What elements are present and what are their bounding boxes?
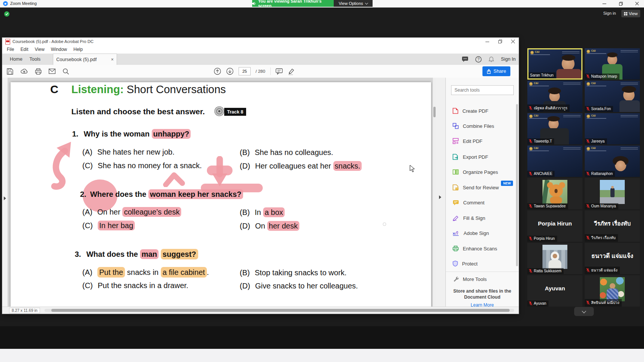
view-options-button[interactable]: View Options	[334, 0, 373, 7]
collapse-tools-panel-icon[interactable]	[439, 195, 441, 199]
send-for-review-icon	[453, 184, 459, 190]
participant-tile[interactable]: C&I Nattapon Imarp	[585, 48, 640, 80]
document-area[interactable]: C Listening: Short Conversations Listen …	[8, 78, 433, 307]
participant-tile[interactable]: สิทธินนท์ มณีปวง	[585, 275, 640, 307]
menu-help[interactable]: Help	[74, 47, 83, 52]
acrobat-menubar: File Edit View Window Help	[2, 45, 519, 54]
ci-crest-icon	[529, 115, 533, 118]
acrobat-restore-icon[interactable]	[498, 40, 502, 43]
participant-name: Ayuvan	[534, 301, 546, 305]
tool-protect[interactable]: Protect	[446, 258, 515, 269]
participant-name: Jareeya	[591, 139, 605, 143]
mic-muted-icon	[586, 204, 590, 208]
participant-name: Rattanaphon	[591, 172, 613, 176]
participant-tile[interactable]: Tawan Supawadee	[527, 178, 582, 209]
minimize-button[interactable]	[600, 0, 609, 7]
page-number-input[interactable]: 25	[239, 67, 251, 75]
participant-tile[interactable]: C&I ANChAIEE	[527, 146, 582, 177]
participant-tile[interactable]: Oum Mananya	[585, 178, 640, 209]
next-page-icon[interactable]	[226, 67, 234, 75]
tools-panel-scrollbar[interactable]	[516, 104, 518, 266]
save-icon[interactable]	[7, 68, 13, 75]
mic-muted-icon	[586, 107, 590, 111]
meeting-info-shield-icon[interactable]	[4, 11, 9, 17]
q2-option-d: (D)On her desk	[240, 222, 299, 230]
tool-edit-pdf[interactable]: Edit PDF	[446, 136, 515, 146]
export-pdf-icon	[453, 154, 459, 160]
share-icon	[487, 69, 491, 74]
enhance-scans-icon	[453, 245, 459, 252]
gallery-view-icon	[624, 12, 627, 15]
maximize-button[interactable]	[617, 0, 625, 7]
tool-more-tools[interactable]: More Tools	[446, 274, 515, 284]
search-tools-input[interactable]	[451, 85, 514, 95]
tool-create-pdf[interactable]: Create PDF	[446, 106, 515, 116]
acrobat-statusbar: 8.27 x 11.69 in	[2, 307, 519, 314]
mouse-cursor	[410, 165, 415, 173]
participant-tile[interactable]: C&I Sorada.Fon	[585, 81, 640, 112]
tool-combine-files[interactable]: Combine Files	[446, 121, 515, 131]
feedback-icon[interactable]	[462, 56, 468, 62]
menu-edit[interactable]: Edit	[20, 47, 28, 52]
tool-fill-sign[interactable]: Fill & Sign	[446, 213, 515, 223]
horizontal-scrollbar[interactable]	[45, 309, 514, 312]
avatar	[542, 180, 567, 204]
menu-file[interactable]: File	[7, 47, 14, 52]
participant-tile[interactable]: Porpia Hirun Porpia Hirun	[527, 210, 582, 242]
participant-tile[interactable]: ธนาวดี แจ่มแจ้ง ธนาวดี แจ่มแจ้ง	[585, 243, 640, 274]
previous-page-icon[interactable]	[214, 67, 221, 75]
acrobat-sign-in[interactable]: Sign In	[501, 57, 516, 62]
create-pdf-icon	[453, 108, 458, 114]
cloud-upload-icon[interactable]	[20, 68, 28, 74]
pdf-file-icon	[5, 39, 10, 44]
acrobat-window-title: Coursebook (5).pdf - Adobe Acrobat Pro D…	[12, 39, 94, 44]
email-icon[interactable]	[49, 69, 55, 74]
participant-tile[interactable]: วีรภัทร เรื่องทับ วีรภัทร เรื่องทับ	[585, 210, 640, 242]
print-icon[interactable]	[35, 68, 42, 75]
participant-tile[interactable]: Ratta Sukkasem	[527, 243, 582, 274]
tab-close-icon[interactable]: ×	[111, 54, 114, 65]
menu-view[interactable]: View	[35, 47, 45, 52]
q3-option-c: (C)Put the snacks in a drawer.	[82, 281, 188, 290]
expand-pane-icon[interactable]	[4, 196, 6, 200]
search-icon[interactable]	[63, 68, 69, 75]
tool-adobe-sign[interactable]: Adobe Sign	[446, 228, 515, 238]
participant-tile[interactable]: C&I ณัฐพล ต้นติสังวรากูร	[527, 81, 582, 112]
share-button[interactable]: Share	[482, 66, 510, 76]
zoom-view-button[interactable]: View	[621, 10, 640, 17]
highlighter-icon[interactable]	[288, 68, 295, 75]
tool-enhance-scans[interactable]: Enhance Scans	[446, 243, 515, 254]
hscrollbar-thumb[interactable]	[51, 309, 510, 312]
tool-comment[interactable]: Comment	[446, 197, 515, 208]
participant-display-name: Ayuvan	[527, 275, 582, 301]
tab-document[interactable]: Coursebook (5).pdf ×	[53, 54, 117, 65]
help-icon[interactable]: ?	[475, 56, 482, 63]
participant-tile[interactable]: C&I Jareeya	[585, 113, 640, 144]
thumbnails-pane-collapsed[interactable]	[2, 78, 8, 307]
tab-tools[interactable]: Tools	[26, 54, 44, 65]
close-button[interactable]	[633, 0, 641, 7]
zoom-sign-in-link[interactable]: Sign in	[603, 11, 616, 15]
acrobat-close-icon[interactable]	[511, 40, 515, 43]
q2-option-b: (B)In a box	[240, 208, 285, 217]
acrobat-minimize-icon[interactable]	[485, 40, 489, 43]
viewing-screen-banner: You are viewing Saran Trikhun's screen	[252, 0, 334, 7]
tool-organize-pages[interactable]: Organize Pages	[446, 167, 515, 177]
tools-panel: Create PDF Combine Files Edit PDF Export…	[445, 78, 519, 307]
tool-export-pdf[interactable]: Export PDF	[446, 152, 515, 162]
collapse-gallery-button[interactable]	[574, 307, 594, 316]
comment-icon[interactable]	[276, 68, 283, 75]
participant-name: Saran Trikhun	[530, 73, 553, 77]
participant-display-name: วีรภัทร เรื่องทับ	[585, 210, 640, 236]
mic-muted-icon	[529, 172, 532, 176]
participant-tile[interactable]: C&I Taweetip.T	[527, 113, 582, 144]
acrobat-tabbar: Home Tools Coursebook (5).pdf × ? Sign I…	[2, 54, 519, 65]
participant-tile[interactable]: C&I Saran Trikhun	[527, 48, 582, 80]
menu-window[interactable]: Window	[51, 47, 67, 52]
pdf-page: C Listening: Short Conversations Listen …	[11, 82, 431, 307]
tab-home[interactable]: Home	[6, 54, 26, 65]
participant-tile[interactable]: Ayuvan Ayuvan	[527, 275, 582, 307]
q1-option-d: (D)Her colleagues eat her snacks.	[240, 162, 362, 170]
participant-tile[interactable]: C&I Rattanaphon	[585, 146, 640, 177]
bell-icon[interactable]	[488, 56, 494, 63]
